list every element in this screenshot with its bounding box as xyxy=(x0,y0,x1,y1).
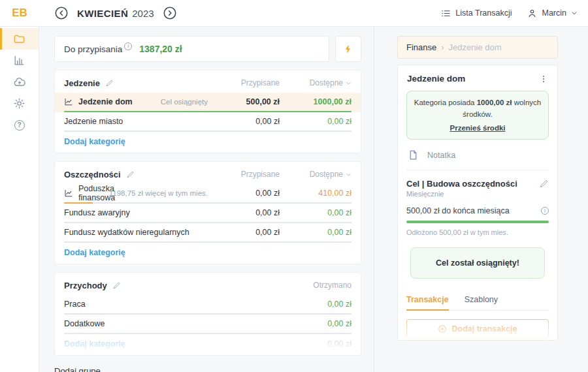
chevron-down-icon xyxy=(571,10,578,16)
goal-status-badge: Cel osiągnięty xyxy=(161,98,208,106)
month-label: KWIECIEŃ xyxy=(77,8,128,19)
note-row[interactable]: Notatka xyxy=(406,140,549,170)
category-name: Fundusz awaryjny xyxy=(64,208,217,217)
breadcrumb-root[interactable]: Finanse xyxy=(406,42,436,52)
line-chart-icon xyxy=(64,189,73,198)
category-name: Fundusz wydatków nieregularnych xyxy=(64,228,217,237)
category-row-poduszka-finansowa[interactable]: Poduszka finansowa 1198,75 zł więcej w t… xyxy=(64,184,351,204)
app-logo[interactable]: EB xyxy=(0,7,39,20)
assigned-value: 0,00 zł xyxy=(217,208,280,217)
category-row-fundusz-wydatkow[interactable]: Fundusz wydatków nieregularnych 0,00 zł … xyxy=(64,223,351,243)
tab-transactions[interactable]: Transakcje xyxy=(406,295,449,311)
column-header-assigned: Przypisane xyxy=(217,78,280,87)
goal-saved-note: Odłożono 500,00 zł w tym mies. xyxy=(406,228,549,236)
assigned-value: 500,00 zł xyxy=(217,97,280,106)
line-chart-icon xyxy=(64,97,73,106)
vertical-divider xyxy=(374,27,374,372)
edit-group-icon[interactable] xyxy=(112,281,121,290)
category-name: Jedzenie dom xyxy=(78,97,133,106)
faded-add-category-row: Dodaj kategorię 0,00 zł xyxy=(64,334,351,354)
chevron-down-icon xyxy=(346,80,351,86)
info-icon[interactable]: i xyxy=(541,207,549,215)
category-detail-panel: Finanse › Jedzenie dom Jedzenie dom Kate… xyxy=(397,36,558,341)
sidebar-item-import[interactable] xyxy=(0,71,39,93)
group-card-jedzenie: Jedzenie Przypisane Dostępne Jedzenie do… xyxy=(54,70,361,153)
edit-group-icon[interactable] xyxy=(126,170,135,179)
previous-month-button[interactable] xyxy=(54,6,69,21)
breadcrumb-separator: › xyxy=(441,42,444,52)
quick-assign-button[interactable] xyxy=(335,36,361,62)
month-navigation: KWIECIEŃ 2023 xyxy=(54,6,178,21)
free-funds-box: Kategoria posiada 1000,00 zł wolnych śro… xyxy=(406,91,549,140)
kebab-menu-icon[interactable] xyxy=(539,74,548,84)
folder-icon xyxy=(13,33,25,45)
group-card-przychody: Przychody Otrzymano Praca 0,00 zł Dodatk… xyxy=(54,272,361,356)
goal-title: Cel | Budowa oszczędności xyxy=(406,179,534,189)
year-label: 2023 xyxy=(132,8,154,19)
arrow-left-circle-icon xyxy=(54,6,69,20)
sidebar: ? xyxy=(0,27,39,372)
transactions-list-label: Lista Transakcji xyxy=(455,8,512,18)
panel-title: Jedzenie dom xyxy=(407,74,539,84)
page-title: KWIECIEŃ 2023 xyxy=(77,8,154,19)
category-row-jedzenie-dom[interactable]: Jedzenie dom Cel osiągnięty 500,00 zł 10… xyxy=(55,93,361,112)
add-category-link[interactable]: Dodaj kategorię xyxy=(64,339,280,349)
edit-group-icon[interactable] xyxy=(105,79,114,87)
panel-tabs: Transakcje Szablony xyxy=(406,295,549,311)
sidebar-item-help[interactable]: ? xyxy=(0,114,39,136)
group-card-oszczednosci: Oszczędności Przypisane Dostępne Poduszk… xyxy=(54,161,361,264)
add-category-link[interactable]: Dodaj kategorię xyxy=(64,132,351,151)
move-funds-link[interactable]: Przenieś środki xyxy=(449,123,505,134)
category-row-jedzenie-miasto[interactable]: Jedzenie miasto 0,00 zł 0,00 zł xyxy=(64,112,351,132)
breadcrumb: Finanse › Jedzenie dom xyxy=(397,36,558,59)
goal-achieved-banner: Cel został osiągnięty! xyxy=(410,247,545,279)
assigned-value: 0,00 zł xyxy=(217,228,280,237)
group-name: Jedzenie xyxy=(64,78,100,88)
category-name: Praca xyxy=(64,300,280,309)
assigned-value: 0,00 zł xyxy=(217,117,280,126)
goal-progress-bar xyxy=(406,221,549,223)
plus-circle-icon xyxy=(438,324,447,333)
assigned-value: 0,00 zł xyxy=(217,189,280,198)
next-month-button[interactable] xyxy=(163,6,178,21)
budget-main: Do przypisania i 1387,20 zł Jedzenie Prz… xyxy=(39,27,374,372)
free-funds-amount: 1000,00 zł xyxy=(477,99,512,106)
transactions-list-button[interactable]: Lista Transakcji xyxy=(441,8,512,18)
group-name: Oszczędności xyxy=(64,170,121,179)
user-name: Marcin xyxy=(542,8,566,18)
add-category-link[interactable]: Dodaj kategorię xyxy=(64,243,351,262)
user-menu[interactable]: Marcin xyxy=(527,8,578,18)
available-value: 410,00 zł xyxy=(280,189,351,198)
cloud-upload-icon xyxy=(13,76,26,89)
info-icon[interactable]: i xyxy=(124,42,132,50)
gear-icon xyxy=(13,97,25,110)
add-transaction-button[interactable]: Dodaj transakcję xyxy=(406,319,549,339)
column-header-available[interactable]: Dostępne xyxy=(280,170,351,179)
group-name: Przychody xyxy=(64,281,107,290)
breadcrumb-current: Jedzenie dom xyxy=(449,42,502,52)
sidebar-item-reports[interactable] xyxy=(0,50,39,71)
topbar-actions: Lista Transakcji Marcin xyxy=(441,8,588,18)
note-document-icon xyxy=(408,149,419,161)
tab-templates[interactable]: Szablony xyxy=(465,295,498,310)
edit-goal-icon[interactable] xyxy=(539,179,549,189)
category-row-praca[interactable]: Praca 0,00 zł xyxy=(64,295,351,315)
note-label: Notatka xyxy=(427,151,455,160)
available-value: 1000,00 zł xyxy=(280,97,351,106)
group-header: Jedzenie Przypisane Dostępne xyxy=(64,73,351,93)
category-row-fundusz-awaryjny[interactable]: Fundusz awaryjny 0,00 zł 0,00 zł xyxy=(64,204,351,223)
category-row-dodatkowe[interactable]: Dodatkowe 0,00 zł xyxy=(64,315,351,334)
column-header-available[interactable]: Dostępne xyxy=(280,78,351,87)
add-group-button[interactable]: Dodaj grupę xyxy=(54,366,374,372)
column-header-received: Otrzymano xyxy=(280,281,351,290)
help-icon: ? xyxy=(14,120,25,131)
user-icon xyxy=(527,8,537,18)
received-value: 0,00 zł xyxy=(280,339,351,349)
available-value: 0,00 zł xyxy=(280,228,351,237)
topbar: EB KWIECIEŃ 2023 Lista Transakcji xyxy=(0,0,588,27)
free-funds-prefix: Kategoria posiada xyxy=(414,99,475,106)
column-header-assigned: Przypisane xyxy=(217,170,280,179)
to-assign-label: Do przypisania xyxy=(64,44,122,54)
sidebar-item-settings[interactable] xyxy=(0,93,39,114)
sidebar-item-budget[interactable] xyxy=(0,28,39,50)
